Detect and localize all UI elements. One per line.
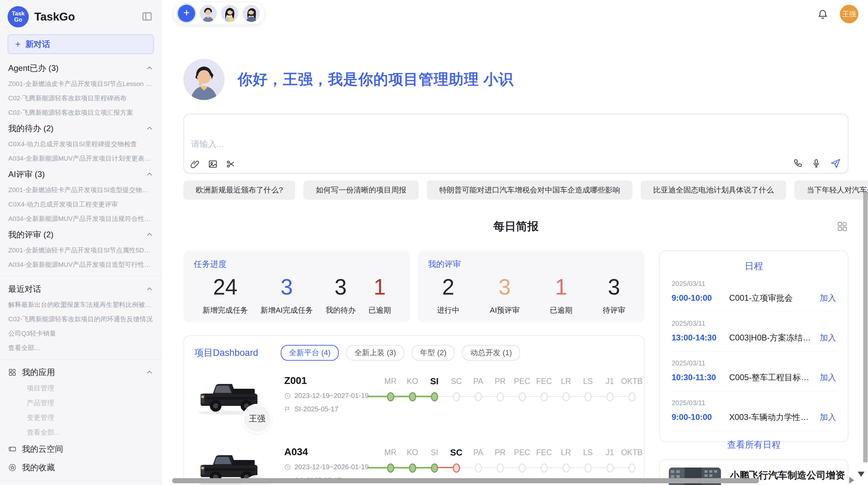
- sidebar-item[interactable]: 公司Q3轻卡销量: [0, 326, 161, 341]
- sidebar-section-header[interactable]: 最近对话: [0, 281, 161, 298]
- sidebar-section-header[interactable]: 我的评审 (2): [0, 226, 161, 243]
- voice-call-button[interactable]: [793, 159, 803, 168]
- send-button[interactable]: [830, 158, 841, 169]
- sidebar-item[interactable]: C02-飞腾新能源轻客改款项目里程碑画布: [0, 91, 161, 105]
- sidebar-item-my-apps[interactable]: 我的应用: [0, 364, 161, 381]
- milestone-dot: [563, 392, 570, 401]
- chat-input[interactable]: [191, 139, 499, 149]
- sidebar-item[interactable]: A034-全新新能源MUV产品开发项目计划变更表编写: [0, 151, 161, 166]
- chevron-up-icon: [146, 64, 153, 72]
- milestone-timeline: MRKOSISCPAPRPECFECLRLSJ1OKTB: [379, 446, 643, 474]
- microphone-button[interactable]: [811, 159, 821, 168]
- sidebar-item[interactable]: 解释最新出台的欧盟报废车法规再生塑料比例被调至15%...: [0, 298, 161, 312]
- schedule-date: 2025/03/11: [672, 399, 836, 407]
- sidebar-item[interactable]: C02-飞腾新能源轻客改款项目的闭环通告反馈情况: [0, 312, 161, 326]
- section-title: Agent已办 (3): [8, 63, 59, 74]
- horizontal-scrollbar[interactable]: [172, 478, 759, 483]
- sidebar-link[interactable]: 我的收藏: [0, 458, 161, 477]
- sidebar-section-header[interactable]: 我的待办 (2): [0, 120, 161, 137]
- app-title: TaskGo: [34, 10, 140, 23]
- vertical-scrollbar[interactable]: [863, 192, 868, 462]
- suggestion-chip[interactable]: 如何写一份清晰的项目周报: [303, 181, 419, 200]
- sidebar-subitem[interactable]: 产品管理: [0, 396, 161, 410]
- sidebar-collapse-button[interactable]: [140, 10, 154, 24]
- image-button[interactable]: [208, 159, 218, 169]
- milestone-label: FEC: [533, 446, 555, 459]
- schedule-row: 9:00-10:00X003-车辆动力学性能验...加入: [672, 412, 836, 423]
- suggestion-chip[interactable]: 比亚迪全固态电池计划具体说了什么: [641, 181, 786, 200]
- milestone-label: PA: [467, 446, 489, 459]
- milestone: PA: [467, 446, 489, 474]
- view-all-schedule-link[interactable]: 查看所有日程: [672, 439, 836, 451]
- panel-toggle-icon: [142, 11, 153, 22]
- sidebar-link[interactable]: 我的云空间: [0, 440, 161, 458]
- chevron-up-icon: [146, 285, 153, 293]
- sidebar-section-header[interactable]: Agent已办 (3): [0, 60, 161, 77]
- metric-label: 新增完成任务: [203, 305, 248, 315]
- dashboard-filter[interactable]: 全新平台 (4): [281, 345, 339, 361]
- scroll-right-arrow-icon[interactable]: [849, 477, 854, 484]
- dashboard-filter[interactable]: 年型 (2): [412, 345, 455, 361]
- suggestion-chip[interactable]: 当下年轻人对汽车外观有怎样的喜好趋势: [794, 181, 868, 200]
- user-avatar[interactable]: 王强: [840, 5, 858, 23]
- bell-icon: [817, 9, 828, 20]
- sidebar-subitem[interactable]: 项目管理: [0, 381, 161, 396]
- milestone: KO: [401, 446, 423, 474]
- milestone-label: PEC: [511, 446, 533, 459]
- project-dashboard-card: 项目Dashboard 全新平台 (4)全新上装 (3)年型 (2)动总开发 (…: [183, 335, 644, 485]
- agent-avatar-3[interactable]: [243, 5, 260, 22]
- metric-value: 24: [203, 272, 248, 302]
- topbar-right: 王强: [817, 5, 858, 23]
- milestone-label: LS: [577, 375, 599, 387]
- join-link[interactable]: 加入: [820, 332, 836, 343]
- apps-grid-button[interactable]: [837, 221, 848, 233]
- scroll-down-arrow-icon[interactable]: [858, 472, 865, 477]
- sidebar-subitem[interactable]: 查看全部...: [0, 425, 161, 440]
- main-content: 你好，王强，我是你的项目管理助理 小识 欧洲新规最近颁布了什么?如何写一份清晰的…: [162, 59, 868, 485]
- project-row[interactable]: 王强Z0012023-12-19~2027-01-19SI-2025-05-17…: [194, 374, 634, 432]
- milestone-dot: [541, 392, 548, 401]
- dashboard-filter[interactable]: 动总开发 (1): [462, 345, 520, 361]
- suggestion-chip[interactable]: 欧洲新规最近颁布了什么?: [183, 181, 295, 200]
- metric: 24新增完成任务: [203, 272, 248, 315]
- assistant-avatar: [183, 59, 225, 100]
- suggestion-chip[interactable]: 特朗普可能对进口汽车增税会对中国车企造成哪些影响: [427, 181, 632, 200]
- sidebar-item[interactable]: Z001-全新燃油轻卡产品开发项目SI造型提交物评审: [0, 183, 161, 197]
- sidebar-section-header[interactable]: AI评审 (3): [0, 166, 161, 183]
- agent-avatar-2[interactable]: [221, 5, 238, 22]
- agent-avatar-1[interactable]: [200, 5, 217, 22]
- join-link[interactable]: 加入: [820, 372, 836, 383]
- image-icon: [208, 159, 218, 169]
- logo-line2: Go: [14, 17, 22, 23]
- milestone-label: OKTB: [621, 375, 643, 387]
- chat-input-card[interactable]: [183, 114, 848, 174]
- milestone: SC: [445, 375, 467, 402]
- dashboard-filter[interactable]: 全新上装 (3): [346, 345, 404, 361]
- add-agent-button[interactable]: +: [178, 5, 195, 22]
- join-link[interactable]: 加入: [820, 412, 836, 423]
- sidebar-item[interactable]: C02-飞腾新能源轻客改款项目立项汇报方案: [0, 105, 161, 120]
- logo-line1: Task: [12, 11, 25, 17]
- chevron-up-icon: [146, 171, 153, 178]
- notification-bell-button[interactable]: [817, 9, 828, 20]
- sidebar-item[interactable]: A034-全新新能源MUV产品开发项目造型可行性评审: [0, 258, 161, 272]
- project-meta: Z0012023-12-19~2027-01-19SI-2025-05-17: [284, 374, 376, 413]
- sidebar-item[interactable]: C0X4-动力总成开发项目工程变更评审: [0, 197, 161, 212]
- join-link[interactable]: 加入: [820, 293, 836, 303]
- metric: 3新增AI完成任务: [261, 272, 313, 315]
- sidebar-item[interactable]: 查看全部...: [0, 341, 161, 355]
- sidebar-item[interactable]: A034-全新新能源MUV产品开发项目法规符合性评审: [0, 212, 161, 226]
- sidebar-item[interactable]: Z001-全新燃油皮卡产品开发项目SI节点Lesson Learn报告: [0, 77, 161, 91]
- attach-button[interactable]: [190, 159, 200, 169]
- sidebar-item[interactable]: C0X4-动力总成开发项目SI里程碑提交物检查: [0, 137, 161, 151]
- sidebar-link-label: 我的云空间: [22, 444, 63, 455]
- metric-value: 2: [437, 272, 460, 302]
- milestone: PEC: [511, 446, 533, 474]
- divider: [0, 276, 161, 276]
- scissors-button[interactable]: [226, 159, 236, 169]
- new-chat-button[interactable]: + 新对话: [8, 34, 154, 54]
- milestone: SI: [423, 375, 445, 402]
- milestone: PR: [489, 446, 511, 474]
- sidebar-item[interactable]: Z001-全新燃油轻卡产品开发项目SI节点属性5D文件评审: [0, 243, 161, 258]
- sidebar-subitem[interactable]: 变更管理: [0, 410, 161, 425]
